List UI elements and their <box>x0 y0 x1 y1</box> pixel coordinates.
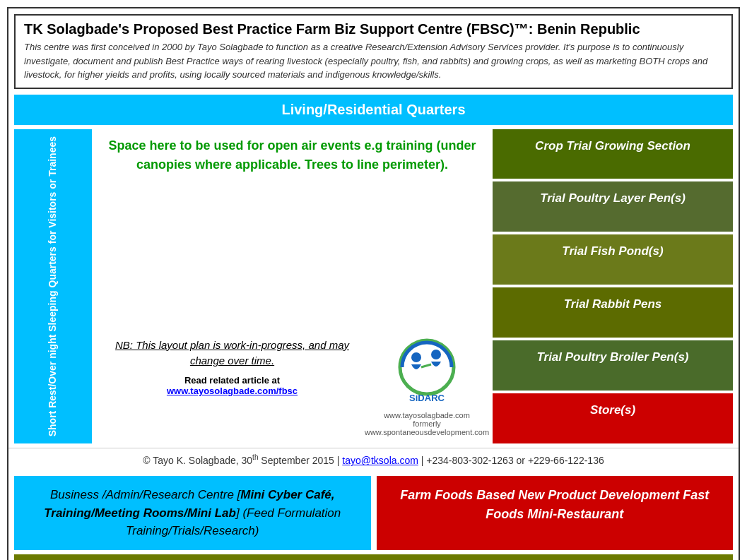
right-section: Crop Trial Growing Section Trial Poultry… <box>493 129 733 443</box>
living-banner: Living/Residential Quarters <box>14 95 733 125</box>
middle-section: Short Rest/Over night Sleeping Quarters … <box>14 129 733 443</box>
center-bottom: NB: This layout plan is work-in-progress… <box>105 338 480 436</box>
bottom-right-text: Farm Foods Based New Product Development… <box>400 488 709 521</box>
fence-bar: Fence/Car parking space <box>14 554 733 560</box>
sidarc-logo-svg: SiDARC <box>388 338 466 408</box>
svg-point-0 <box>400 340 454 394</box>
svg-text:SiDARC: SiDARC <box>409 393 445 403</box>
svg-point-2 <box>431 350 441 359</box>
email-link[interactable]: tayo@tksola.com <box>342 455 418 466</box>
main-container: TK Solagbade's Proposed Best Practice Fa… <box>7 7 740 560</box>
copyright-bar: © Tayo K. Solagbade, 30th September 2015… <box>8 448 739 472</box>
center-note: NB: This layout plan is work-in-progress… <box>105 338 360 396</box>
bottom-left-box: Business /Admin/Research Centre [Mini Cy… <box>14 476 371 550</box>
left-sidebar-text: Short Rest/Over night Sleeping Quarters … <box>46 136 60 436</box>
svg-point-1 <box>411 352 421 362</box>
center-top-text: Space here to be used for open air event… <box>105 136 480 174</box>
header-description: This centre was first conceived in 2000 … <box>24 40 723 82</box>
right-item-crop-trial: Crop Trial Growing Section <box>493 129 733 179</box>
living-banner-text: Living/Residential Quarters <box>281 102 465 117</box>
svg-line-3 <box>421 364 431 367</box>
logo-area: SiDARC www.tayosolagbade.com formerly ww… <box>374 338 480 436</box>
header-title: TK Solagbade's Proposed Best Practice Fa… <box>24 21 723 37</box>
note-italic: NB: This layout plan is work-in-progress… <box>105 338 360 369</box>
copyright-text: © Tayo K. Solagbade, 30th September 2015… <box>143 455 604 466</box>
note-article-label: Read related article at www.tayosolagbad… <box>105 375 360 396</box>
bottom-right-box: Farm Foods Based New Product Development… <box>377 476 734 550</box>
right-item-rabbit-pens: Trial Rabbit Pens <box>493 287 733 338</box>
left-sidebar: Short Rest/Over night Sleeping Quarters … <box>14 129 92 443</box>
center-content: Space here to be used for open air event… <box>98 129 487 443</box>
right-item-poultry-layer: Trial Poultry Layer Pen(s) <box>493 181 733 232</box>
article-link[interactable]: www.tayosolagbade.com/fbsc <box>167 386 298 396</box>
bottom-left-text: Business /Admin/Research Centre [Mini Cy… <box>44 488 341 537</box>
right-item-store: Store(s) <box>493 393 733 443</box>
logo-url-text: www.tayosolagbade.com formerly www.spont… <box>365 411 489 436</box>
bottom-section: Business /Admin/Research Centre [Mini Cy… <box>14 476 733 550</box>
header-box: TK Solagbade's Proposed Best Practice Fa… <box>14 14 733 89</box>
right-item-fish-pond: Trial Fish Pond(s) <box>493 234 733 285</box>
right-item-poultry-broiler: Trial Poultry Broiler Pen(s) <box>493 340 733 391</box>
